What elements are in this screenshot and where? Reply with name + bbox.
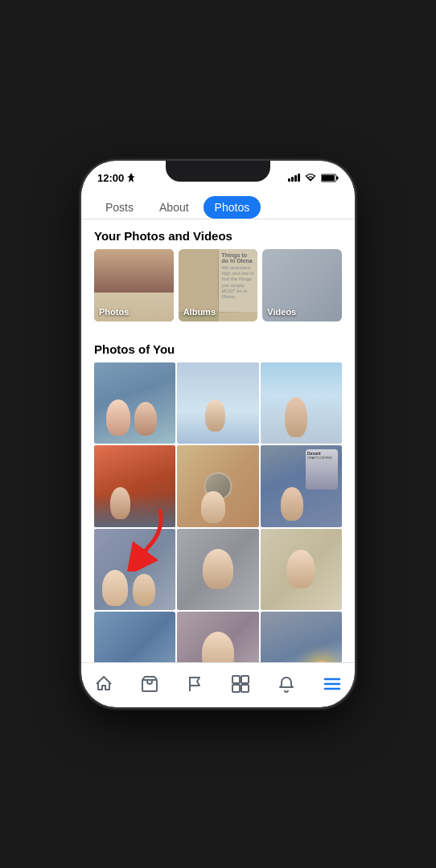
svg-rect-2 xyxy=(336,176,339,179)
bell-icon xyxy=(277,674,296,694)
photo-cell-9[interactable] xyxy=(261,529,342,610)
photos-videos-title: Your Photos and Videos xyxy=(81,219,355,249)
photo-11 xyxy=(177,612,258,662)
battery-icon xyxy=(321,174,339,182)
signal-icon xyxy=(288,174,300,182)
nav-groups[interactable] xyxy=(218,663,264,704)
nav-pages[interactable] xyxy=(172,663,218,704)
photo-cell-1[interactable] xyxy=(94,362,175,444)
photo-1 xyxy=(94,362,175,444)
tab-posts[interactable]: Posts xyxy=(94,196,145,219)
photo-cell-7[interactable] xyxy=(94,529,175,610)
home-icon xyxy=(94,674,113,694)
menu-icon xyxy=(323,674,342,694)
photo-5 xyxy=(177,445,258,526)
nav-notifications[interactable] xyxy=(264,663,310,704)
photo-cell-12[interactable] xyxy=(261,612,342,662)
album-albums[interactable]: Things to do in Olena We searched high a… xyxy=(179,249,258,321)
photo-cell-5[interactable] xyxy=(177,445,258,526)
photo-7 xyxy=(94,529,175,610)
album-albums-label: Albums xyxy=(183,307,216,317)
photo-3 xyxy=(261,362,342,444)
photo-cell-4[interactable] xyxy=(94,445,175,526)
svg-rect-5 xyxy=(232,676,240,683)
photo-8 xyxy=(177,529,258,610)
flag-icon xyxy=(186,674,205,694)
wifi-icon xyxy=(304,173,317,182)
photo-grid: Davant CRAFT COFFEE xyxy=(81,362,355,662)
phone-frame: 12:00 xyxy=(81,161,355,707)
nav-home[interactable] xyxy=(81,663,127,704)
photo-cell-6[interactable]: Davant CRAFT COFFEE xyxy=(261,445,342,526)
bottom-nav xyxy=(81,662,355,707)
photo-10 xyxy=(94,612,175,662)
svg-rect-1 xyxy=(322,175,335,181)
status-time: 12:00 xyxy=(97,172,124,184)
photo-cell-8[interactable] xyxy=(177,529,258,610)
photo-cell-10[interactable] xyxy=(94,612,175,662)
tab-about[interactable]: About xyxy=(148,196,200,219)
main-content: Posts About Photos Your Photos and Video… xyxy=(81,188,355,662)
photos-of-you-title: Photos of You xyxy=(81,333,355,362)
album-photos-label: Photos xyxy=(99,307,129,317)
photo-cell-3[interactable] xyxy=(261,362,342,444)
groups-icon xyxy=(231,674,250,694)
album-videos-label: Videos xyxy=(267,307,296,317)
photo-2 xyxy=(177,362,258,444)
album-photos[interactable]: Photos xyxy=(94,249,174,321)
svg-rect-4 xyxy=(142,680,157,691)
photo-4 xyxy=(94,445,175,526)
svg-rect-7 xyxy=(232,685,240,692)
svg-rect-8 xyxy=(241,685,249,692)
tab-photos[interactable]: Photos xyxy=(204,196,261,219)
photo-cell-11[interactable] xyxy=(177,612,258,662)
status-icons xyxy=(288,173,339,182)
photo-9 xyxy=(261,529,342,610)
svg-rect-6 xyxy=(241,676,249,683)
photo-grid-wrapper: Davant CRAFT COFFEE xyxy=(81,362,355,662)
nav-menu[interactable] xyxy=(309,663,355,704)
tabs-bar: Posts About Photos xyxy=(81,188,355,219)
photo-12 xyxy=(261,612,342,662)
screen: 12:00 xyxy=(81,161,355,707)
photo-6: Davant CRAFT COFFEE xyxy=(261,445,342,526)
location-icon xyxy=(127,173,135,182)
albums-row: Photos Things to do in Olena We searched… xyxy=(81,249,355,321)
marketplace-icon xyxy=(140,674,159,694)
nav-marketplace[interactable] xyxy=(127,663,173,704)
photo-cell-2[interactable] xyxy=(177,362,258,444)
notch xyxy=(166,161,270,182)
album-videos[interactable]: Videos xyxy=(262,249,342,321)
